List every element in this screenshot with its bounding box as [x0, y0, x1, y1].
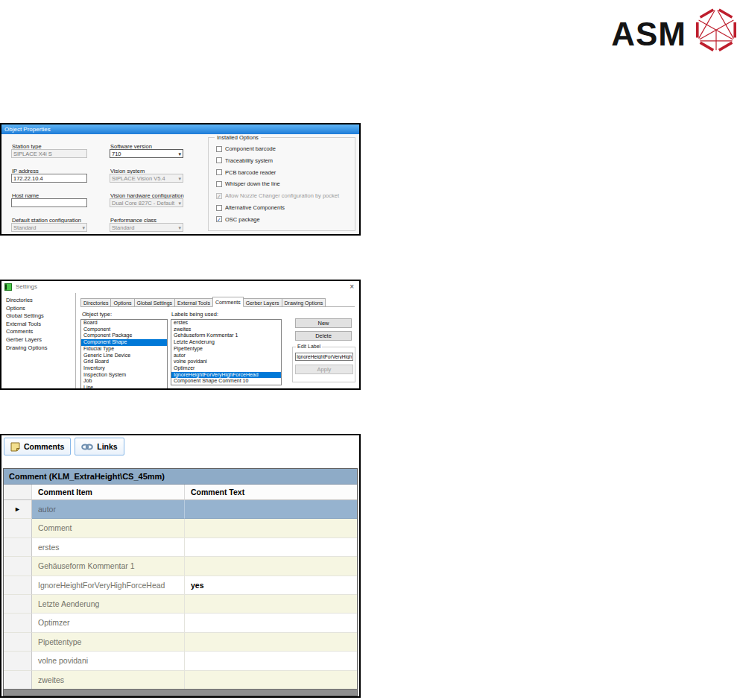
table-row[interactable]: Comment [4, 519, 357, 537]
comment-item-cell[interactable]: Gehäuseform Kommentar 1 [32, 557, 185, 576]
comment-text-cell[interactable] [185, 500, 357, 519]
page: ASM Object Properties Station [0, 0, 740, 700]
osc-package-checkbox[interactable]: ✓ [216, 216, 222, 222]
row-selector-cell[interactable] [4, 557, 32, 576]
list-item[interactable]: Component Shape Comment 10 [171, 378, 281, 385]
tab-comments[interactable]: Comments [4, 438, 71, 455]
list-item[interactable]: Component [81, 327, 167, 333]
table-row[interactable]: volne povidani [4, 652, 357, 670]
list-item[interactable]: Gehäuseform Kommentar 1 [171, 332, 281, 339]
list-item[interactable]: Generic Line Device [81, 353, 167, 359]
component-barcode-checkbox[interactable] [216, 146, 222, 152]
performance-class-select: Standard ▾ [110, 223, 183, 232]
sidebar-item-options[interactable]: Options [1, 305, 75, 313]
ip-address-field[interactable] [11, 174, 87, 183]
sidebar-item-comments[interactable]: Comments [1, 328, 75, 336]
horizontal-scrollbar[interactable] [4, 689, 357, 696]
list-item[interactable]: Grid Board [81, 359, 167, 365]
sidebar-item-gerber-layers[interactable]: Gerber Layers [1, 336, 75, 344]
row-selector-cell[interactable] [4, 538, 32, 557]
tab-comments[interactable]: Comments [212, 297, 244, 307]
tab-global-settings[interactable]: Global Settings [134, 298, 175, 307]
software-version-select[interactable]: 710 ▾ [110, 149, 183, 158]
table-row[interactable]: Optimzer [4, 614, 357, 632]
comment-item-cell[interactable]: autor [32, 500, 185, 519]
edit-label-input[interactable] [295, 353, 353, 361]
comment-text-cell[interactable] [185, 671, 357, 690]
comment-text-cell[interactable] [185, 595, 357, 614]
comment-item-cell[interactable]: Pipettentype [32, 633, 185, 652]
row-selector-cell[interactable] [4, 671, 32, 690]
tab-links[interactable]: Links [75, 438, 124, 455]
list-item[interactable]: Pipettentype [171, 346, 281, 353]
sidebar-item-external-tools[interactable]: External Tools [1, 321, 75, 329]
list-item[interactable]: Board [81, 320, 167, 327]
list-item[interactable]: erstes [171, 320, 281, 327]
tab-options[interactable]: Options [110, 298, 134, 307]
alternative-components-checkbox[interactable] [216, 205, 222, 211]
table-row[interactable]: Gehäuseform Kommentar 1 [4, 557, 357, 576]
row-selector-cell[interactable] [4, 614, 32, 632]
default-station-configuration-select: Standard ▾ [11, 223, 87, 232]
pcb-barcode-reader-checkbox[interactable] [216, 169, 222, 175]
list-item[interactable]: Letzte Aenderung [171, 339, 281, 346]
sidebar-item-drawing-options[interactable]: Drawing Options [1, 344, 75, 353]
comment-item-cell[interactable]: IgnoreHeightForVeryHighForceHead [32, 576, 185, 595]
chevron-down-icon: ▾ [178, 174, 181, 183]
comment-item-cell[interactable]: Optimzer [32, 614, 185, 632]
table-row[interactable]: Pipettentype [4, 633, 357, 652]
list-item[interactable]: Inspection System [81, 372, 167, 379]
list-item[interactable]: Fiducial Type [81, 346, 167, 353]
comment-text-cell[interactable] [185, 538, 357, 557]
new-button[interactable]: New [295, 318, 352, 328]
list-item[interactable]: Optimzer [171, 365, 281, 372]
comment-item-cell[interactable]: zweites [32, 671, 185, 690]
comment-text-cell[interactable] [185, 614, 357, 632]
row-selector-cell[interactable] [4, 595, 32, 614]
comment-text-cell[interactable]: yes [185, 576, 357, 595]
tab-external-tools[interactable]: External Tools [174, 298, 213, 307]
list-item[interactable]: autor [171, 353, 281, 359]
list-item[interactable]: zweites [171, 327, 281, 333]
comment-item-cell[interactable]: volne povidani [32, 652, 185, 670]
sidebar-item-global-settings[interactable]: Global Settings [1, 312, 75, 321]
row-selector-cell[interactable] [4, 576, 32, 595]
row-selector-cell[interactable] [4, 652, 32, 670]
comments-grid: Comment (KLM_ExtraHeight\CS_45mm) Commen… [3, 468, 358, 696]
chevron-down-icon: ▾ [178, 199, 181, 207]
comment-item-cell[interactable]: Comment [32, 519, 185, 537]
comment-text-cell[interactable] [185, 557, 357, 576]
list-item[interactable]: Component Package [81, 332, 167, 339]
traceability-system-checkbox[interactable] [216, 157, 222, 163]
comment-text-cell[interactable] [185, 652, 357, 670]
list-item[interactable]: Job [81, 378, 167, 385]
close-icon[interactable]: × [350, 282, 354, 292]
table-row[interactable]: IgnoreHeightForVeryHighForceHead yes [4, 576, 357, 595]
host-name-field[interactable] [11, 198, 87, 207]
tab-directories[interactable]: Directories [80, 298, 111, 307]
column-header-comment-text[interactable]: Comment Text [185, 485, 357, 500]
tab-gerber-layers[interactable]: Gerber Layers [243, 298, 282, 307]
table-row[interactable]: Letzte Aenderung [4, 595, 357, 614]
whisper-down-the-line-checkbox[interactable] [216, 181, 222, 187]
table-row[interactable]: erstes [4, 538, 357, 557]
comment-text-cell[interactable] [185, 633, 357, 652]
list-item[interactable]: Line [81, 385, 167, 390]
row-selector-cell[interactable] [4, 519, 32, 537]
list-item-selected[interactable]: IgnoreHeightForVeryHighForceHead [171, 372, 281, 379]
tab-drawing-options[interactable]: Drawing Options [282, 298, 326, 307]
table-row[interactable]: zweites [4, 671, 357, 690]
checkbox-label: Alternative Components [225, 204, 285, 211]
comment-item-cell[interactable]: Letzte Aenderung [32, 595, 185, 614]
column-header-comment-item[interactable]: Comment Item [32, 485, 185, 500]
delete-button[interactable]: Delete [295, 331, 352, 341]
note-icon [10, 442, 20, 452]
sidebar-item-directories[interactable]: Directories [1, 297, 75, 305]
row-selector-cell[interactable] [4, 633, 32, 652]
comment-item-cell[interactable]: erstes [32, 538, 185, 557]
list-item[interactable]: Inventory [81, 365, 167, 372]
list-item[interactable]: volne povidani [171, 359, 281, 365]
list-item-selected[interactable]: Component Shape [81, 339, 167, 346]
table-row[interactable]: ► autor [4, 500, 357, 519]
comment-text-cell[interactable] [185, 519, 357, 537]
